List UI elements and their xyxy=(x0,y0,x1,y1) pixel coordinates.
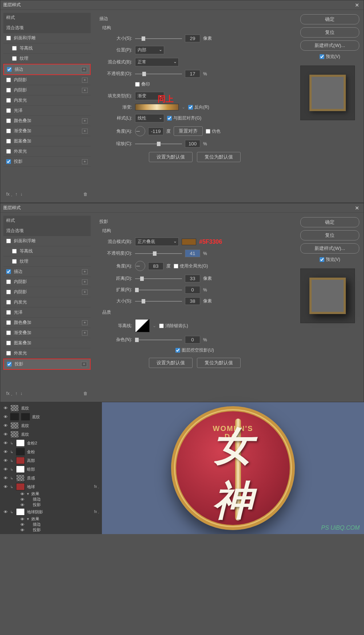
reset-button[interactable]: 复位 xyxy=(300,27,359,38)
layer-row[interactable]: 👁底纹 xyxy=(1,421,100,430)
visibility-icon[interactable]: 👁 xyxy=(3,458,8,463)
checkbox[interactable] xyxy=(7,362,12,367)
layer-row[interactable]: 👁↳暗部 xyxy=(1,465,100,474)
dither-checkbox[interactable]: 仿色 xyxy=(206,128,221,134)
visibility-icon[interactable]: 👁 xyxy=(20,517,25,521)
checkbox[interactable] xyxy=(6,98,11,103)
position-dropdown[interactable]: 内部 xyxy=(135,46,164,54)
trash-icon[interactable]: 🗑 xyxy=(83,192,88,197)
checkbox[interactable] xyxy=(6,310,11,315)
checkbox[interactable] xyxy=(6,78,11,82)
visibility-icon[interactable]: 👁 xyxy=(20,522,25,527)
style-color-overlay[interactable]: 颜色叠加+ xyxy=(3,116,91,126)
style-outer-glow[interactable]: 外发光 xyxy=(3,146,91,157)
blend-options[interactable]: 混合选项 xyxy=(3,226,91,236)
mask-thumb[interactable] xyxy=(21,413,30,420)
layer-row[interactable]: 👁底纹 xyxy=(1,430,100,439)
visibility-icon[interactable]: 👁 xyxy=(3,423,8,428)
style-texture[interactable]: 纹理 xyxy=(3,256,91,267)
checkbox[interactable] xyxy=(6,129,11,133)
checkbox[interactable] xyxy=(6,269,11,274)
effect-shadow-row[interactable]: 👁投影 xyxy=(1,527,100,533)
ok-button[interactable]: 确定 xyxy=(300,14,359,24)
checkbox[interactable] xyxy=(12,259,17,264)
checkbox[interactable] xyxy=(6,300,11,305)
opacity-input[interactable] xyxy=(185,250,200,257)
angle-input[interactable] xyxy=(148,128,163,135)
visibility-icon[interactable]: 👁 xyxy=(20,528,25,532)
visibility-icon[interactable]: 👁 xyxy=(20,492,25,496)
angle-dial[interactable] xyxy=(135,261,145,271)
dialog-header[interactable]: 图层样式 ✕ xyxy=(0,203,364,213)
visibility-icon[interactable]: 👁 xyxy=(3,441,8,445)
effects-row[interactable]: 👁▾效果 xyxy=(1,491,100,497)
shadow-color-swatch[interactable] xyxy=(182,239,196,245)
add-icon[interactable]: + xyxy=(82,78,88,83)
add-icon[interactable]: + xyxy=(82,88,88,93)
opacity-input[interactable] xyxy=(185,70,200,78)
layer-row[interactable]: 👁↳高部 xyxy=(1,456,100,465)
checkbox[interactable] xyxy=(6,279,11,284)
style-inner-shadow-2[interactable]: 内阴影+ xyxy=(3,287,91,297)
fx-badge[interactable]: fx ˯ xyxy=(94,485,99,489)
checkbox[interactable] xyxy=(6,149,11,154)
checkbox[interactable] xyxy=(6,36,11,40)
style-dropdown[interactable]: 线性 xyxy=(135,114,164,122)
fx-icon[interactable]: fx ˯ xyxy=(6,192,12,197)
canvas[interactable]: WOMEN'SDAY 女神 PS UiBQ.COM xyxy=(102,402,364,534)
style-inner-glow[interactable]: 内发光 xyxy=(3,297,91,307)
opacity-slider[interactable] xyxy=(135,74,182,74)
reset-button[interactable]: 复位 xyxy=(300,230,359,240)
layer-row[interactable]: 👁↳地球fx ˯ xyxy=(1,482,100,491)
layer-row[interactable]: 👁↳金粉 xyxy=(1,447,100,456)
styles-header[interactable]: 样式 xyxy=(3,216,91,226)
visibility-icon[interactable]: 👁 xyxy=(3,476,8,480)
checkbox[interactable] xyxy=(6,330,11,335)
fx-badge[interactable]: fx ˯ xyxy=(94,510,99,514)
visibility-icon[interactable]: 👁 xyxy=(3,450,8,454)
down-icon[interactable]: ↓ xyxy=(20,192,23,197)
style-gradient-overlay[interactable]: 渐变叠加+ xyxy=(3,126,91,136)
visibility-icon[interactable]: 👁 xyxy=(20,503,25,507)
add-icon[interactable]: + xyxy=(82,269,88,274)
ok-button[interactable]: 确定 xyxy=(300,217,359,227)
add-icon[interactable]: + xyxy=(81,67,87,72)
angle-input[interactable] xyxy=(148,262,163,270)
layer-thumb[interactable] xyxy=(10,404,19,412)
style-inner-shadow[interactable]: 内阴影+ xyxy=(3,75,91,85)
checkbox[interactable] xyxy=(6,159,11,164)
expand-icon[interactable]: ▾ xyxy=(27,491,29,496)
visibility-icon[interactable]: 👁 xyxy=(3,415,8,419)
visibility-icon[interactable]: 👁 xyxy=(3,432,8,436)
layer-thumb[interactable] xyxy=(16,466,25,473)
add-icon[interactable]: + xyxy=(81,362,87,367)
checkbox[interactable] xyxy=(6,320,11,325)
close-icon[interactable]: ✕ xyxy=(353,2,361,8)
checkbox[interactable] xyxy=(6,341,11,345)
antialias-checkbox[interactable]: 消除锯齿(L) xyxy=(159,323,188,329)
style-satin[interactable]: 光泽 xyxy=(3,106,91,116)
effects-row[interactable]: 👁▾效果 xyxy=(1,516,100,522)
layer-thumb[interactable] xyxy=(10,422,19,429)
noise-slider[interactable] xyxy=(135,340,182,340)
layer-thumb[interactable] xyxy=(10,431,19,438)
close-icon[interactable]: ✕ xyxy=(353,205,361,211)
style-bevel[interactable]: 斜面和浮雕 xyxy=(3,236,91,246)
spread-slider[interactable] xyxy=(135,290,182,290)
noise-input[interactable] xyxy=(185,336,200,344)
global-light-checkbox[interactable]: 使用全局光(G) xyxy=(174,263,208,269)
layer-row[interactable]: 👁↳质感 xyxy=(1,474,100,482)
style-texture[interactable]: 纹理 xyxy=(3,54,91,64)
layer-thumb[interactable] xyxy=(16,483,25,490)
set-default-button[interactable]: 设置为默认值 xyxy=(149,358,193,368)
layer-row[interactable]: 👁底纹 xyxy=(1,404,100,412)
overprint-checkbox[interactable]: 叠印 xyxy=(135,81,150,87)
add-icon[interactable]: + xyxy=(82,290,88,295)
up-icon[interactable]: ↑ xyxy=(15,192,17,197)
blend-mode-dropdown[interactable]: 正片叠底 xyxy=(135,238,179,246)
down-icon[interactable]: ↓ xyxy=(20,391,23,396)
blend-mode-dropdown[interactable]: 正常 xyxy=(135,58,179,66)
blend-options[interactable]: 混合选项 xyxy=(3,23,91,33)
layer-thumb[interactable] xyxy=(16,474,25,482)
size-input[interactable] xyxy=(185,35,200,42)
